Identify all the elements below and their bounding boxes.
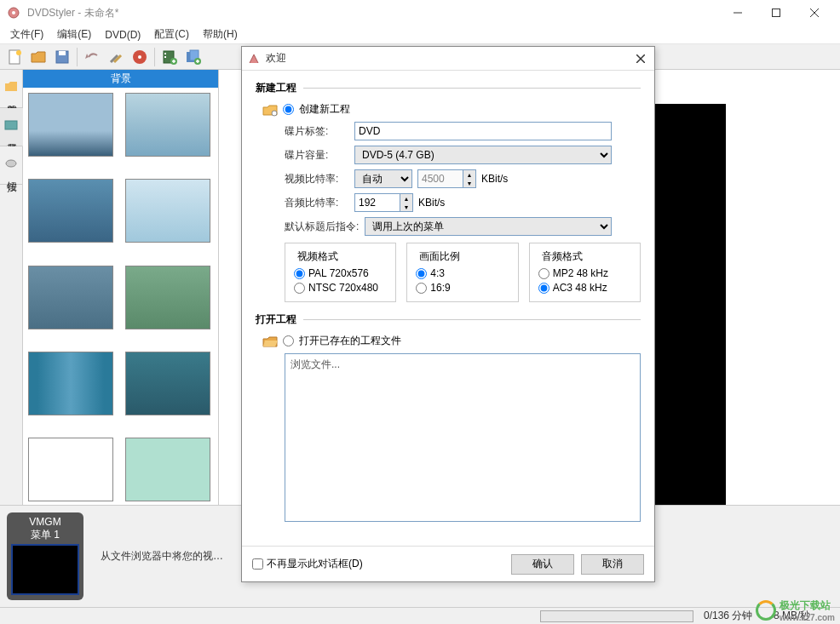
disc-label-label: 碟片标签:: [285, 124, 354, 139]
abitrate-label: 音频比特率:: [285, 196, 354, 210]
maximize-button[interactable]: [757, 0, 795, 26]
bg-thumb[interactable]: [28, 352, 113, 415]
menu-dvd[interactable]: DVD(D): [98, 27, 147, 43]
menu-bar: 文件(F) 编辑(E) DVD(D) 配置(C) 帮助(H): [0, 26, 840, 44]
button-icon: [4, 157, 18, 170]
menu-config[interactable]: 配置(C): [147, 26, 196, 43]
video-format-legend: 视频格式: [294, 249, 342, 264]
bg-thumb[interactable]: [28, 438, 113, 501]
dont-show-checkbox[interactable]: [252, 558, 263, 570]
minimize-button[interactable]: [718, 0, 757, 26]
ok-button[interactable]: 确认: [511, 554, 574, 575]
audio-format-legend: 音频格式: [538, 249, 586, 264]
section-new-project: 新建工程: [256, 81, 641, 95]
progress-bar: [540, 610, 693, 622]
aspect-legend: 画面比例: [416, 249, 463, 264]
dialog-titlebar[interactable]: 欢迎: [242, 47, 654, 71]
capacity-select[interactable]: DVD-5 (4.7 GB): [354, 146, 612, 164]
tab-file-browser[interactable]: 文件浏览器: [0, 70, 22, 108]
undo-button[interactable]: [81, 46, 103, 68]
pal-radio[interactable]: [294, 268, 305, 279]
window-title: DVDStyler - 未命名*: [27, 6, 718, 20]
app-icon: [7, 6, 20, 20]
dont-show-label: 不再显示此对话框(D): [267, 557, 363, 571]
video-format-group: 视频格式 PAL 720x576 NTSC 720x480: [285, 243, 396, 302]
menu-edit[interactable]: 编辑(E): [50, 26, 98, 43]
open-existing-label: 打开已存在的工程文件: [299, 334, 401, 348]
ac3-radio[interactable]: [538, 283, 549, 294]
dialog-icon: [247, 52, 261, 66]
bg-thumb[interactable]: [125, 438, 210, 501]
timeline-menu-item[interactable]: VMGM 菜单 1: [7, 512, 83, 600]
new-button[interactable]: [3, 46, 26, 68]
vbitrate-unit: KBit/s: [481, 173, 508, 185]
spinner-down[interactable]: ▼: [400, 203, 412, 211]
ntsc-radio[interactable]: [294, 283, 305, 294]
bg-thumb[interactable]: [125, 179, 210, 243]
spinner-down[interactable]: ▼: [463, 179, 475, 187]
add-titleset-button[interactable]: [182, 46, 204, 68]
tab-button[interactable]: 按钮: [0, 146, 22, 185]
create-new-radio[interactable]: [283, 104, 294, 115]
bg-thumb[interactable]: [28, 93, 113, 157]
svg-point-1: [12, 11, 15, 14]
background-icon: [4, 118, 18, 132]
browse-file-list[interactable]: 浏览文件...: [285, 353, 641, 522]
svg-rect-9: [59, 51, 66, 55]
watermark-logo-icon: [756, 600, 776, 621]
burn-button[interactable]: [129, 46, 151, 68]
bg-thumb[interactable]: [28, 266, 113, 329]
open-existing-radio[interactable]: [283, 335, 294, 346]
posttitle-select[interactable]: 调用上次的菜单: [365, 217, 612, 236]
abitrate-input[interactable]: [354, 193, 400, 212]
toolbar-separator: [77, 48, 78, 66]
close-button[interactable]: [795, 0, 833, 26]
new-folder-icon: [262, 103, 278, 117]
aspect-169-radio[interactable]: [416, 283, 427, 294]
toolbar-separator: [154, 48, 155, 66]
svg-rect-16: [164, 56, 166, 58]
bg-thumb[interactable]: [28, 179, 113, 243]
aspect-group: 画面比例 4:3 16:9: [406, 243, 518, 302]
cancel-button[interactable]: 取消: [581, 554, 644, 575]
spinner-up[interactable]: ▲: [400, 194, 412, 203]
menu-file[interactable]: 文件(F): [3, 26, 50, 43]
status-bar: 0/136 分钟 8 MB/秒: [0, 607, 840, 624]
create-new-label: 创建新工程: [299, 102, 350, 117]
browse-placeholder: 浏览文件...: [291, 358, 340, 370]
mp2-radio[interactable]: [538, 268, 549, 279]
watermark-url: www.xz7.com: [780, 613, 835, 622]
vmgm-label: VMGM: [10, 516, 80, 528]
folder-icon: [4, 80, 18, 94]
capacity-label: 碟片容量:: [285, 148, 354, 163]
spinner-up[interactable]: ▲: [463, 170, 475, 179]
add-file-button[interactable]: [158, 46, 181, 68]
bg-thumb[interactable]: [125, 266, 210, 329]
bg-thumb[interactable]: [125, 352, 210, 415]
menu-thumbnail: [11, 544, 79, 595]
bg-thumb[interactable]: [125, 93, 210, 157]
watermark-text: 极光下载站: [780, 598, 835, 613]
save-button[interactable]: [51, 46, 73, 68]
welcome-dialog: 欢迎 新建工程 创建新工程 碟片标签: 碟片容量: DVD-5 (4.7 GB)…: [241, 46, 655, 582]
vbitrate-input: [417, 169, 463, 188]
abitrate-unit: KBit/s: [418, 197, 445, 209]
disc-label-input[interactable]: [354, 122, 612, 140]
open-button[interactable]: [27, 46, 49, 68]
svg-point-13: [138, 55, 141, 59]
menu-help[interactable]: 帮助(H): [196, 26, 245, 43]
menu-label: 菜单 1: [10, 528, 80, 542]
watermark: 极光下载站 www.xz7.com: [756, 598, 835, 622]
timeline-hint: 从文件浏览器中将您的视…: [101, 549, 223, 564]
aspect-43-radio[interactable]: [416, 268, 427, 279]
background-header: 背景: [23, 70, 218, 88]
settings-button[interactable]: [105, 46, 127, 68]
open-folder-icon: [262, 335, 278, 348]
posttitle-label: 默认标题后指令:: [285, 220, 365, 234]
svg-point-26: [6, 160, 16, 167]
vbitrate-mode-select[interactable]: 自动: [354, 169, 412, 188]
tab-background[interactable]: 背景: [0, 108, 23, 146]
dialog-close-button[interactable]: [632, 50, 649, 67]
svg-rect-15: [164, 53, 166, 54]
svg-point-29: [272, 111, 277, 116]
